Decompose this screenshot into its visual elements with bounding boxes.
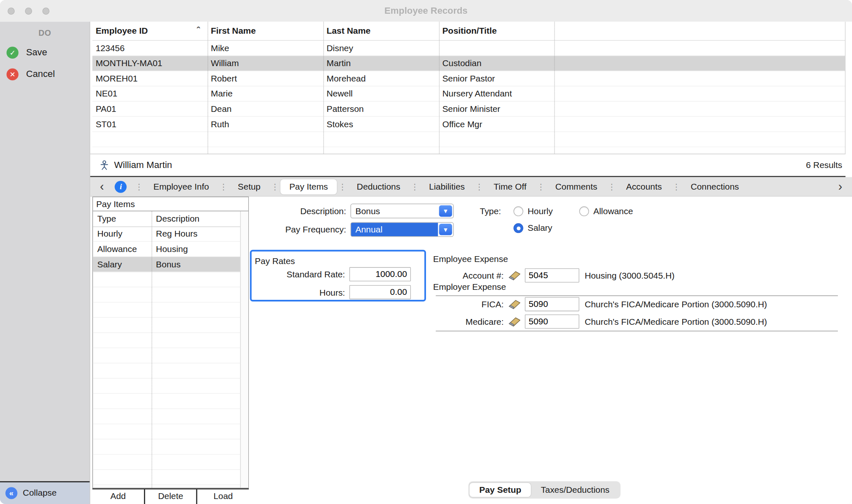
tab-liabilities[interactable]: Liabilities [420, 179, 473, 194]
tabs-scroll-right-icon[interactable]: › [834, 178, 846, 195]
employee-expense-title: Employee Expense [433, 254, 508, 264]
radio-icon-allowance[interactable] [579, 206, 589, 216]
column-header-first-name[interactable]: First Name [208, 26, 323, 36]
employer-expense-title: Employer Expense [433, 282, 506, 292]
tab-separator-icon: ⋮ [535, 182, 546, 192]
empty-table-row [92, 147, 845, 154]
load-button[interactable]: Load [196, 489, 249, 504]
tab-taxes-deductions[interactable]: Taxes/Deductions [531, 483, 619, 497]
add-button[interactable]: Add [92, 489, 144, 504]
table-row-selected[interactable]: MONTHLY-MA01 William Martin Custodian [92, 56, 845, 72]
cancel-label: Cancel [26, 69, 55, 80]
record-header: William Martin 6 Results [90, 154, 846, 177]
sidebar-header: DO [0, 28, 90, 37]
detail-bottom-tabs: Pay Setup Taxes/Deductions [468, 481, 620, 499]
type-radio-allowance[interactable]: Allowance [579, 205, 633, 217]
divider [436, 331, 838, 331]
empty-pay-item-row [93, 287, 240, 303]
collapse-button[interactable]: « Collapse [0, 481, 90, 504]
pay-item-row[interactable]: Hourly Reg Hours [93, 227, 240, 242]
column-divider [323, 22, 324, 153]
fica-account-description: Church's FICA/Medicare Portion (3000.509… [585, 297, 767, 311]
tab-separator-icon: ⋮ [409, 182, 420, 192]
fica-account-input[interactable] [525, 297, 580, 311]
pay-items-column-description[interactable]: Description [151, 214, 240, 224]
column-header-position-title[interactable]: Position/Title [439, 26, 554, 36]
radio-icon-hourly[interactable] [513, 206, 523, 216]
empty-pay-item-row [93, 272, 240, 287]
pay-items-list-header: Type Description [93, 211, 248, 227]
tab-pay-setup[interactable]: Pay Setup [469, 483, 531, 497]
tab-deductions[interactable]: Deductions [348, 179, 409, 194]
empty-pay-item-row [93, 409, 240, 425]
tab-pay-items[interactable]: Pay Items [281, 179, 337, 194]
pay-item-row[interactable]: Allowance Housing [93, 242, 240, 257]
tab-accounts[interactable]: Accounts [617, 179, 671, 194]
tab-info[interactable]: i [108, 178, 133, 195]
delete-button[interactable]: Delete [144, 489, 196, 504]
account-lookup-icon[interactable] [508, 299, 521, 310]
cancel-button[interactable]: ✕ Cancel [0, 64, 90, 85]
tab-comments[interactable]: Comments [547, 179, 606, 194]
medicare-account-input[interactable] [525, 314, 580, 329]
empty-pay-item-row [93, 348, 240, 363]
sort-ascending-icon: ˆ [197, 28, 200, 34]
sidebar: DO ✓ Save ✕ Cancel « Collapse [0, 22, 90, 504]
type-radio-hourly[interactable]: Hourly [513, 205, 552, 217]
table-row[interactable]: 123456 Mike Disney [92, 41, 845, 56]
table-row[interactable]: PA01 Dean Patterson Senior Minister [92, 101, 845, 117]
tab-time-off[interactable]: Time Off [485, 179, 535, 194]
column-divider [208, 22, 208, 153]
standard-rate-label: Standard Rate: [252, 267, 345, 282]
table-row[interactable]: MOREH01 Robert Morehead Senior Pastor [92, 71, 845, 86]
tab-separator-icon: ⋮ [671, 182, 682, 192]
tab-employee-info[interactable]: Employee Info [145, 179, 218, 194]
table-row[interactable]: NE01 Marie Newell Nursery Attendant [92, 86, 845, 102]
pay-items-button-row: Add Delete Load [92, 488, 249, 504]
save-label: Save [26, 47, 47, 58]
tab-setup[interactable]: Setup [229, 179, 269, 194]
save-button[interactable]: ✓ Save [0, 42, 90, 64]
pay-items-column-type[interactable]: Type [93, 214, 151, 224]
empty-pay-item-row [93, 303, 240, 318]
account-description: Housing (3000.5045.H) [585, 268, 674, 283]
standard-rate-input[interactable] [349, 267, 411, 282]
empty-pay-item-row [93, 378, 240, 394]
dropdown-arrow-icon[interactable]: ▾ [439, 205, 452, 217]
pay-frequency-dropdown[interactable]: Annual ▾ [350, 222, 453, 237]
info-icon: i [115, 180, 127, 193]
empty-pay-item-row [93, 363, 240, 379]
empty-pay-item-row [93, 318, 240, 333]
pay-rates-title: Pay Rates [255, 254, 295, 268]
empty-pay-item-row [93, 485, 240, 488]
employee-records-window: Employee Records DO ✓ Save ✕ Cancel « Co… [0, 0, 852, 504]
collapse-label: Collapse [23, 488, 57, 498]
title-bar: Employee Records [0, 0, 852, 22]
window-title: Employee Records [0, 0, 852, 22]
dropdown-arrow-icon[interactable]: ▾ [439, 224, 452, 235]
tabs-scroll-left-icon[interactable]: ‹ [96, 178, 108, 195]
account-number-input[interactable] [525, 268, 580, 282]
tab-bar: ‹ i ⋮ Employee Info ⋮ Setup ⋮ Pay Items … [90, 177, 852, 197]
empty-pay-item-row [93, 455, 240, 470]
results-count: 6 Results [806, 160, 845, 170]
pay-item-row-selected[interactable]: Salary Bonus [93, 257, 240, 272]
account-lookup-icon[interactable] [508, 316, 521, 327]
tab-connections[interactable]: Connections [682, 179, 748, 194]
pay-items-scrollbar[interactable] [240, 211, 248, 488]
column-header-last-name[interactable]: Last Name [323, 26, 439, 36]
empty-pay-item-row [93, 470, 240, 485]
hours-input[interactable] [349, 285, 411, 299]
account-lookup-icon[interactable] [508, 270, 521, 281]
description-dropdown[interactable]: Bonus ▾ [350, 204, 453, 218]
medicare-label: Medicare: [433, 314, 504, 329]
pay-frequency-label: Pay Frequency: [249, 222, 346, 237]
radio-icon-salary-selected[interactable] [513, 223, 523, 233]
tab-separator-icon: ⋮ [133, 182, 144, 192]
type-radio-salary[interactable]: Salary [513, 222, 552, 235]
column-header-employee-id[interactable]: Employee ID ˆ [92, 26, 208, 36]
tab-separator-icon: ⋮ [606, 182, 617, 192]
table-row[interactable]: ST01 Ruth Stokes Office Mgr [92, 117, 845, 132]
tab-separator-icon: ⋮ [269, 182, 280, 192]
empty-pay-item-row [93, 424, 240, 440]
